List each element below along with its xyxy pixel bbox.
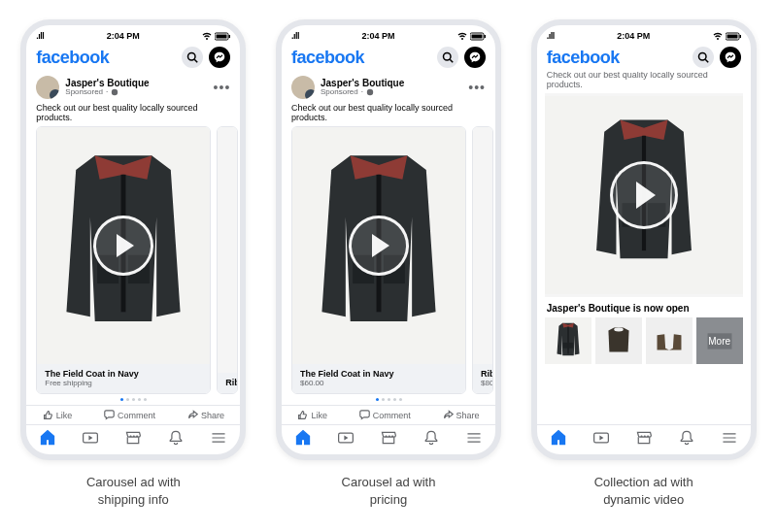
bell-icon — [167, 429, 185, 447]
more-icon[interactable]: ••• — [468, 80, 486, 95]
sponsored-label: Sponsored · — [65, 88, 213, 97]
like-icon — [43, 410, 53, 420]
product-image-sweater — [595, 317, 642, 364]
carousel-card[interactable]: The Field Coat in Navy Free shipping — [36, 126, 211, 394]
share-button[interactable]: Share — [187, 410, 224, 420]
messenger-icon[interactable] — [720, 47, 741, 68]
figure-caption: Carousel ad withpricing — [342, 474, 436, 508]
bell-icon — [678, 429, 695, 447]
tab-notifications[interactable] — [678, 429, 695, 450]
carousel[interactable]: The Field Coat in Navy $60.00 Rib $80 — [282, 126, 495, 394]
collection-thumbs: More — [537, 317, 751, 364]
thumb-product[interactable] — [545, 317, 591, 364]
thumb-more[interactable]: More — [696, 317, 743, 364]
like-button[interactable]: Like — [43, 410, 73, 420]
hero-video[interactable] — [545, 93, 743, 297]
avatar[interactable] — [36, 76, 59, 99]
wifi-icon — [202, 31, 212, 41]
play-icon[interactable] — [93, 216, 153, 276]
tab-notifications[interactable] — [167, 429, 185, 450]
watch-icon — [592, 429, 610, 447]
tab-watch[interactable] — [592, 429, 610, 450]
search-icon[interactable] — [693, 47, 714, 68]
post-header: Jasper's Boutique Sponsored · ••• — [26, 72, 240, 101]
thumb-product[interactable] — [595, 317, 642, 364]
status-bar: .ıll 2:04 PM — [537, 25, 751, 45]
carousel-card-peek[interactable]: Rib — [217, 126, 238, 394]
share-icon — [443, 410, 454, 420]
product-title: The Field Coat in Navy — [300, 369, 457, 379]
facebook-logo[interactable]: facebook — [547, 48, 620, 68]
phone-col-3: .ıll 2:04 PM facebook Check out our best… — [525, 19, 761, 508]
tab-marketplace[interactable] — [124, 429, 142, 450]
facebook-logo[interactable]: facebook — [291, 48, 364, 68]
tab-menu[interactable] — [210, 429, 227, 450]
tab-watch[interactable] — [82, 429, 99, 450]
globe-icon — [111, 88, 118, 96]
video-thumbnail[interactable] — [473, 127, 492, 364]
product-image-jacket — [545, 317, 591, 364]
share-button[interactable]: Share — [443, 410, 480, 420]
home-icon — [550, 429, 567, 447]
post-caption: Check out our best quality locally sourc… — [282, 101, 495, 126]
collection-headline: Jasper's Boutique is now open — [537, 297, 751, 317]
tab-bar — [282, 424, 495, 454]
tab-bar — [26, 424, 240, 454]
bell-icon — [422, 429, 440, 447]
phone-frame: .ıll 2:04 PM facebook Jasper's Bo — [276, 19, 501, 460]
home-icon — [294, 429, 312, 447]
comment-button[interactable]: Comment — [104, 410, 155, 420]
globe-icon — [366, 88, 374, 96]
comment-button[interactable]: Comment — [359, 410, 411, 420]
signal-icon: .ıll — [547, 31, 555, 41]
video-thumbnail[interactable] — [292, 127, 465, 364]
tab-marketplace[interactable] — [635, 429, 653, 450]
post-header: Jasper's Boutique Sponsored · ••• — [282, 72, 495, 101]
product-title: Rib — [481, 369, 485, 379]
phones-row: .ıll 2:04 PM facebook Jasper's Bo — [16, 19, 761, 508]
tab-home[interactable] — [294, 429, 312, 450]
carousel-dots — [282, 394, 495, 405]
app-header: facebook — [26, 45, 240, 72]
clock: 2:04 PM — [107, 31, 140, 41]
status-bar: .ıll 2:04 PM — [26, 25, 240, 45]
watch-icon — [82, 429, 99, 447]
like-button[interactable]: Like — [297, 410, 327, 420]
messenger-icon[interactable] — [464, 47, 486, 68]
play-icon[interactable] — [349, 216, 409, 276]
carousel-card-peek[interactable]: Rib $80 — [472, 126, 493, 394]
video-thumbnail[interactable] — [37, 127, 210, 364]
share-icon — [187, 410, 198, 420]
carousel-card[interactable]: The Field Coat in Navy $60.00 — [291, 126, 466, 394]
tab-home[interactable] — [550, 429, 567, 450]
battery-icon — [470, 32, 486, 41]
app-header: facebook — [537, 45, 751, 72]
tab-home[interactable] — [39, 429, 56, 450]
phone-frame: .ıll 2:04 PM facebook Check out our best… — [531, 19, 757, 460]
avatar[interactable] — [291, 76, 315, 99]
tab-notifications[interactable] — [422, 429, 440, 450]
more-icon[interactable]: ••• — [214, 80, 231, 95]
thumb-product[interactable] — [646, 317, 693, 364]
product-price: $60.00 — [300, 379, 457, 387]
play-icon[interactable] — [610, 161, 678, 229]
store-icon — [380, 429, 397, 447]
tab-marketplace[interactable] — [380, 429, 397, 450]
wifi-icon — [713, 31, 723, 41]
search-icon[interactable] — [437, 47, 458, 68]
carousel[interactable]: The Field Coat in Navy Free shipping Rib — [26, 126, 240, 394]
watch-icon — [337, 429, 355, 447]
video-thumbnail[interactable] — [218, 127, 237, 373]
tab-menu[interactable] — [465, 429, 483, 450]
clock: 2:04 PM — [617, 31, 650, 41]
clock: 2:04 PM — [362, 31, 395, 41]
search-icon[interactable] — [182, 47, 203, 68]
figure-caption: Collection ad withdynamic video — [594, 474, 693, 508]
comment-icon — [359, 410, 370, 420]
messenger-icon[interactable] — [209, 47, 230, 68]
tab-menu[interactable] — [721, 429, 738, 450]
tab-watch[interactable] — [337, 429, 355, 450]
product-title: The Field Coat in Navy — [45, 369, 202, 379]
facebook-logo[interactable]: facebook — [36, 48, 109, 68]
wifi-icon — [457, 31, 467, 41]
